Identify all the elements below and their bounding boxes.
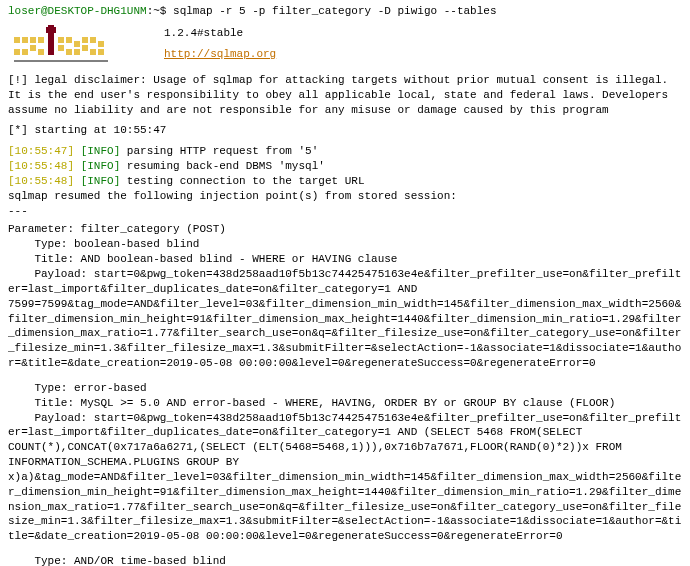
legal-disclaimer: [!] legal disclaimer: Usage of sqlmap fo… bbox=[8, 73, 682, 118]
banner-text: 1.2.4#stable http://sqlmap.org bbox=[164, 26, 276, 62]
inj-title: Title: AND boolean-based blind - WHERE o… bbox=[8, 252, 682, 267]
log-line: [10:55:47] [INFO] parsing HTTP request f… bbox=[8, 144, 682, 159]
inj-type: Type: error-based bbox=[8, 381, 682, 396]
svg-rect-7 bbox=[30, 45, 36, 51]
payload-label: Payload: bbox=[8, 268, 94, 280]
inj-payload: Payload: start=0&pwg_token=438d258aad10f… bbox=[8, 411, 682, 545]
parameter-name: Parameter: filter_category (POST) bbox=[8, 222, 682, 237]
inj-title: Title: MySQL >= 5.0 AND error-based - WH… bbox=[8, 396, 682, 411]
prompt-sep: :~$ bbox=[147, 5, 167, 17]
log-msg: parsing HTTP request from '5' bbox=[127, 145, 318, 157]
payload-label: Payload: bbox=[8, 412, 94, 424]
prompt-command: sqlmap -r 5 -p filter_category -D piwigo… bbox=[173, 5, 496, 17]
svg-rect-16 bbox=[82, 37, 88, 43]
log-line: [10:55:48] [INFO] testing connection to … bbox=[8, 174, 682, 189]
log-tag: [INFO] bbox=[81, 175, 121, 187]
svg-rect-4 bbox=[22, 37, 28, 43]
log-line: [10:55:48] [INFO] resuming back-end DBMS… bbox=[8, 159, 682, 174]
svg-rect-11 bbox=[58, 45, 64, 51]
log-tag: [INFO] bbox=[81, 160, 121, 172]
payload-text: start=0&pwg_token=438d258aad10f5b13c7442… bbox=[8, 268, 681, 369]
svg-rect-9 bbox=[38, 49, 44, 55]
svg-rect-8 bbox=[38, 37, 44, 43]
svg-rect-1 bbox=[46, 27, 56, 33]
payload-text: start=0&pwg_token=438d258aad10f5b13c7442… bbox=[8, 412, 681, 543]
log-time: [10:55:47] bbox=[8, 145, 74, 157]
log-lines: [10:55:47] [INFO] parsing HTTP request f… bbox=[8, 144, 682, 218]
shell-prompt: loser@DESKTOP-DHG1UNM:~$ sqlmap -r 5 -p … bbox=[8, 4, 682, 19]
sqlmap-logo-icon bbox=[8, 23, 118, 65]
prompt-user-host: loser@DESKTOP-DHG1UNM bbox=[8, 5, 147, 17]
svg-rect-18 bbox=[90, 37, 96, 43]
svg-rect-2 bbox=[14, 37, 20, 43]
sqlmap-url-link[interactable]: http://sqlmap.org bbox=[164, 48, 276, 60]
dash-line: --- bbox=[8, 204, 682, 219]
version-text: 1.2.4#stable bbox=[164, 26, 276, 41]
log-time: [10:55:48] bbox=[8, 160, 74, 172]
svg-rect-21 bbox=[98, 49, 104, 55]
inj-type: Type: AND/OR time-based blind bbox=[8, 554, 682, 566]
resume-line: sqlmap resumed the following injection p… bbox=[8, 189, 682, 204]
svg-rect-12 bbox=[66, 37, 72, 43]
svg-rect-17 bbox=[82, 45, 88, 51]
inj-payload: Payload: start=0&pwg_token=438d258aad10f… bbox=[8, 267, 682, 371]
start-line: [*] starting at 10:55:47 bbox=[8, 123, 682, 138]
svg-rect-13 bbox=[66, 49, 72, 55]
svg-rect-14 bbox=[74, 41, 80, 47]
svg-rect-15 bbox=[74, 49, 80, 55]
log-time: [10:55:48] bbox=[8, 175, 74, 187]
parameter-block: Parameter: filter_category (POST) Type: … bbox=[8, 222, 682, 566]
svg-rect-5 bbox=[22, 49, 28, 55]
svg-rect-20 bbox=[98, 41, 104, 47]
sqlmap-banner: 1.2.4#stable http://sqlmap.org bbox=[8, 23, 682, 65]
log-msg: testing connection to the target URL bbox=[127, 175, 365, 187]
svg-rect-3 bbox=[14, 49, 20, 55]
svg-rect-10 bbox=[58, 37, 64, 43]
log-tag: [INFO] bbox=[81, 145, 121, 157]
svg-rect-19 bbox=[90, 49, 96, 55]
inj-type: Type: boolean-based blind bbox=[8, 237, 682, 252]
svg-rect-6 bbox=[30, 37, 36, 43]
log-msg: resuming back-end DBMS 'mysql' bbox=[127, 160, 325, 172]
